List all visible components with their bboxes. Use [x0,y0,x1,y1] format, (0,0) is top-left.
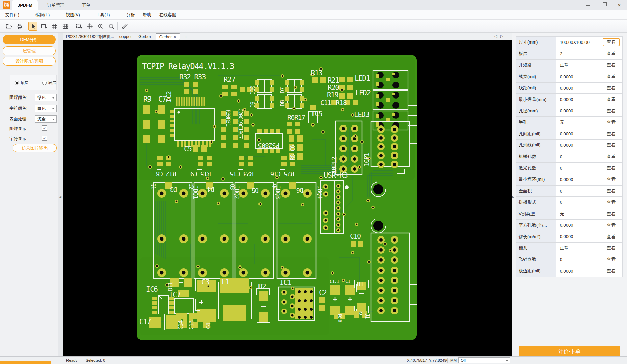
doc-tab-3[interactable]: Gerber [136,33,154,40]
spec-row-4: 线宽(mil)0.0000查看 [516,71,623,83]
spec-label: 孔间距(mil) [516,128,556,140]
spec-value: 0 [556,186,600,197]
spec-row-6: 最小焊盘(mm)0.0000查看 [516,94,623,105]
crop-region-icon[interactable] [39,22,48,31]
view-button[interactable]: 查看 [603,118,620,127]
grid-icon[interactable] [50,22,59,31]
app-tab-1[interactable]: JPDFM [12,0,38,10]
menu-item-5[interactable]: 分析 [124,10,137,20]
view-button[interactable]: 查看 [603,267,620,275]
app-tab-3[interactable]: 下单 [74,0,98,10]
price-order-button[interactable]: 计价-下单 [519,346,620,356]
tab-close-icon[interactable]: × [174,35,176,39]
menu-item-1[interactable]: 文件(F) [3,10,21,20]
doc-tab-2[interactable]: copper [117,33,134,40]
silkscreen-label: IC1 [280,279,291,287]
spec-label: 板层 [516,48,556,60]
view-button[interactable]: 查看 [603,244,620,252]
zoom-out-icon[interactable] [107,22,116,31]
zoom-in-icon[interactable] [96,22,105,31]
silkscreen-label: C10 [350,232,361,240]
measure-icon[interactable] [120,22,129,31]
print-icon[interactable] [15,22,24,31]
pcb-canvas[interactable]: TCPIP_RelayD44.V1.1.3R32 R33R27IC2R9C7D1… [63,40,512,356]
checkbox-1[interactable]: ✓ [42,125,47,131]
spec-row-20: 飞针点数0查看 [516,254,623,265]
view-button[interactable]: 查看 [603,84,620,92]
spec-value: 正常 [556,243,600,254]
menu-item-7[interactable]: 在线客服 [157,10,178,20]
view-button[interactable]: 查看 [603,255,620,263]
menu-item-6[interactable]: 帮助 [141,10,153,20]
app-tab-2[interactable]: 订单管理 [40,0,72,10]
spec-label: V割类型 [516,208,556,220]
checkbox-2[interactable]: ✓ [42,136,47,141]
view-button[interactable]: 查看 [603,141,620,149]
silkscreen-label: C17 [139,318,151,326]
field-select-2[interactable]: 白色 [35,105,57,112]
field-select-1[interactable]: 绿色 [35,94,57,101]
cursor-icon[interactable] [28,22,37,31]
doc-tab-1[interactable]: P023178G011822铜皮抓... [65,33,115,40]
view-button[interactable]: 查看 [603,233,620,241]
silkscreen-label: R15 C9 [190,170,211,178]
close-button[interactable]: × [611,0,627,10]
view-button[interactable]: 查看 [603,210,620,218]
pan-crosshair-icon[interactable] [85,22,94,31]
silkscreen-label: L1 [222,278,229,286]
tab-prev-icon[interactable]: ◁ [494,34,497,38]
design-sim-button[interactable]: 设计图/仿真图 [3,57,56,66]
spec-row-18: 锣长(m/m²)0.0000查看 [516,231,623,243]
silkscreen-label: R25 C16 [270,170,294,178]
right-panel: ▶ 尺寸(mm)100.00X100.00查看板层2查看开短路正常查看线宽(mi… [512,33,627,356]
menu-item-2[interactable]: 编辑(E) [34,10,52,20]
marquee-select-icon[interactable] [74,22,83,31]
view-button[interactable]: 查看 [603,95,620,104]
sidebar-splitter[interactable]: ◀ [58,33,63,356]
radio-bottom-layer[interactable]: 底层 [42,80,56,86]
spec-row-17: 平方孔数(个/...0.0000查看 [516,220,623,231]
export-sim-image-button[interactable]: 仿真图片输出 [13,144,57,152]
status-ready: Ready [66,357,77,364]
view-button[interactable]: 查看 [603,73,620,81]
view-button[interactable]: 查看 [603,107,620,115]
collapse-left-icon[interactable]: ◀ [59,195,61,199]
silkscreen-label: IC2 [165,91,173,102]
open-folder-icon[interactable] [4,22,13,31]
radio-top-layer[interactable]: 顶层 [15,80,29,86]
menu-item-4[interactable]: 工具(T) [94,10,112,20]
silkscreen-label: J1 [364,313,370,319]
view-button[interactable]: 查看 [603,130,620,138]
spec-view-cell: 查看 [600,37,623,48]
collapse-right-icon[interactable]: ▶ [512,195,514,199]
toolbar [0,20,627,33]
spec-row-1: 尺寸(mm)100.00X100.00查看 [516,37,623,48]
silkscreen-label: D5 [252,187,259,194]
spec-label: 半孔 [516,117,556,128]
tab-next-icon[interactable]: ▷ [500,34,503,38]
dfm-analysis-button[interactable]: DFM分析 [3,35,56,44]
spec-label: 孔径(mm) [516,105,556,117]
menu-item-3[interactable]: 视图(V) [64,10,82,20]
silkscreen-label: 10P1 [363,152,370,166]
view-button[interactable]: 查看 [603,38,620,46]
silkscreen-label: D10 [249,86,256,95]
view-button[interactable]: 查看 [603,187,620,195]
doc-tab-4[interactable]: Gerber× [156,33,180,40]
minimize-button[interactable] [580,0,596,10]
silkscreen-label: C1 [345,279,350,284]
view-button[interactable]: 查看 [603,61,620,69]
layer-manage-button[interactable]: 层管理 [3,46,56,55]
view-button[interactable]: 查看 [603,50,620,58]
view-button[interactable]: 查看 [603,164,620,172]
spec-view-cell: 查看 [600,105,623,117]
snap-mode-select[interactable]: Off [458,357,510,363]
new-tab-button[interactable]: ＋ [183,33,189,40]
restore-button[interactable] [596,0,611,10]
view-button[interactable]: 查看 [603,152,620,161]
view-button[interactable]: 查看 [603,221,620,229]
view-button[interactable]: 查看 [603,198,620,206]
field-select-3[interactable]: 沉金 [35,115,57,123]
view-button[interactable]: 查看 [603,175,620,184]
grid-frame-icon[interactable] [61,22,70,31]
